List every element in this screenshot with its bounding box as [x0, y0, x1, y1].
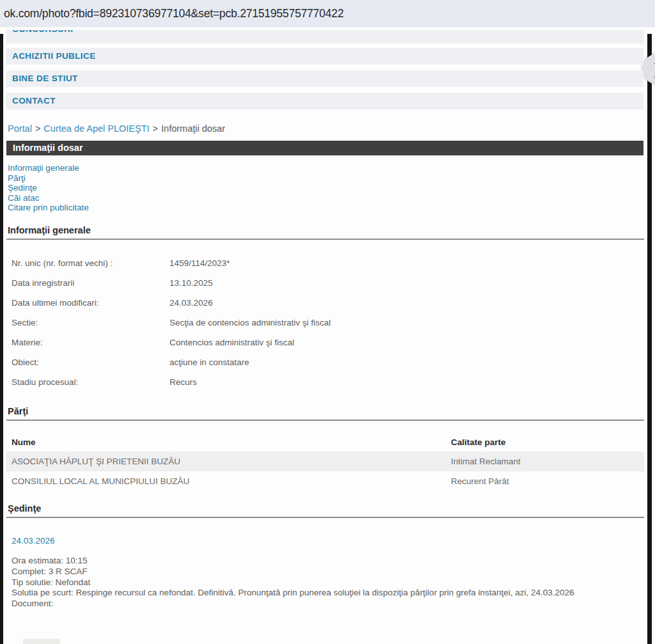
field-value: Contencios administrativ şi fiscal: [170, 338, 294, 347]
quick-link-citare-prin-publicitate[interactable]: Citare prin publicitate: [8, 203, 89, 213]
field-value: Recurs: [170, 377, 197, 387]
address-url-text: ok.com/photo?fbid=892310736977104&set=pc…: [0, 7, 343, 20]
field-value: 24.03.2026: [170, 298, 213, 308]
field-value: acţiune in constatare: [170, 357, 249, 367]
table-header-row: Nume Calitate parte: [6, 436, 644, 452]
quick-link-cai-atac[interactable]: Căi atac: [8, 193, 89, 203]
menu-item-label: BINE DE STIUT: [12, 74, 78, 83]
breadcrumb-current: Informaţii dosar: [161, 123, 225, 134]
field-value: Secţia de contencios administrativ şi fi…: [170, 318, 331, 327]
hearing-detail-line: Solutia pe scurt: Respinge recursul ca n…: [12, 588, 642, 599]
hearing-details: Ora estimata: 10:15 Complet: 3 R SCAF Ti…: [12, 556, 642, 609]
field-label: Obiect:: [12, 357, 39, 367]
hearing-detail-line: Tip solutie: Nefondat: [12, 577, 642, 588]
cut-off-element: [23, 639, 60, 644]
general-info-fields: Nr. unic (nr. format vechi) : 1459/114/2…: [12, 258, 638, 397]
quick-link-parti[interactable]: Părţi: [8, 173, 89, 184]
parties-table: Nume Calitate parte ASOCIAŢIA HĂPLUŢ ŞI …: [6, 436, 644, 491]
breadcrumb: Portal>Curtea de Apel PLOIEŞTI>Informaţi…: [8, 123, 225, 134]
party-name: CONSILIUL LOCAL AL MUNICPIULUI BUZĂU: [12, 476, 189, 486]
field-label: Materie:: [12, 338, 43, 347]
party-name: ASOCIAŢIA HĂPLUŢ ŞI PRIETENII BUZĂU: [12, 457, 180, 466]
column-header-nume: Nume: [12, 437, 36, 447]
table-row: CONSILIUL LOCAL AL MUNICPIULUI BUZĂU Rec…: [6, 471, 644, 491]
breadcrumb-link-portal[interactable]: Portal: [8, 123, 32, 134]
field-value: 13.10.2025: [170, 278, 213, 288]
hearing-detail-line: Document:: [12, 599, 642, 609]
breadcrumb-separator: >: [32, 123, 43, 134]
table-row: ASOCIAŢIA HĂPLUŢ ŞI PRIETENII BUZĂU Inti…: [6, 452, 644, 471]
menu-item-label: ACHIZITII PUBLICE: [12, 51, 96, 61]
field-row: Materie: Contencios administrativ şi fis…: [12, 338, 638, 357]
section-heading-informatii-generale: Informaţii generale: [6, 225, 644, 240]
field-label: Data ultimei modificari:: [12, 298, 99, 308]
field-row: Data inregistrarii 13.10.2025: [12, 278, 638, 298]
hearing-detail-line: Complet: 3 R SCAF: [12, 567, 642, 577]
party-role: Intimat Reclamant: [451, 457, 521, 466]
breadcrumb-separator: >: [150, 123, 161, 134]
page-title: Informaţii dosar: [13, 143, 83, 153]
field-row: Sectie: Secţia de contencios administrat…: [12, 318, 638, 338]
menu-item-concursuri[interactable]: CONCURSURI: [6, 30, 643, 43]
party-role: Recurent Pârât: [451, 476, 509, 486]
photo-right-border: [647, 34, 652, 644]
menu-item-achizitii-publice[interactable]: ACHIZITII PUBLICE: [6, 48, 643, 65]
field-row: Obiect: acţiune in constatare: [12, 357, 638, 377]
chevron-right-icon: ❯: [651, 60, 655, 78]
field-row: Stadiu procesual: Recurs: [12, 377, 638, 397]
section-heading-sedinte: Şedinţe: [6, 503, 644, 518]
field-row: Nr. unic (nr. format vechi) : 1459/114/2…: [12, 258, 638, 278]
menu-item-contact[interactable]: CONTACT: [6, 93, 643, 109]
menu-item-label: CONCURSURI: [12, 30, 74, 34]
photo-frame: ok.com/photo?fbid=892310736977104&set=pc…: [0, 0, 655, 644]
hearing-date-link[interactable]: 24.03.2026: [12, 536, 55, 546]
browser-address-bar[interactable]: ok.com/photo?fbid=892310736977104&set=pc…: [0, 0, 655, 27]
hearing-detail-line: Ora estimata: 10:15: [12, 556, 642, 567]
column-header-calitate-parte: Calitate parte: [451, 437, 506, 447]
menu-item-bine-de-stiut[interactable]: BINE DE STIUT: [6, 70, 643, 87]
field-label: Stadiu procesual:: [12, 377, 78, 387]
page-title-bar: Informaţii dosar: [6, 141, 643, 155]
quick-link-informatii-generale[interactable]: Informaţii generale: [8, 163, 89, 173]
field-label: Nr. unic (nr. format vechi) :: [12, 258, 113, 268]
menu-item-label: CONTACT: [12, 96, 56, 106]
field-label: Data inregistrarii: [12, 278, 74, 288]
quick-links: Informaţii generale Părţi Şedinţe Căi at…: [8, 163, 89, 213]
breadcrumb-link-court[interactable]: Curtea de Apel PLOIEŞTI: [43, 123, 149, 134]
next-photo-button[interactable]: ❯: [642, 54, 655, 84]
field-label: Sectie:: [12, 318, 38, 327]
field-row: Data ultimei modificari: 24.03.2026: [12, 298, 638, 318]
field-value: 1459/114/2023*: [170, 258, 230, 268]
photo-left-border: [0, 34, 3, 644]
section-heading-parti: Părţi: [6, 406, 644, 421]
quick-link-sedinte[interactable]: Şedinţe: [8, 183, 89, 193]
